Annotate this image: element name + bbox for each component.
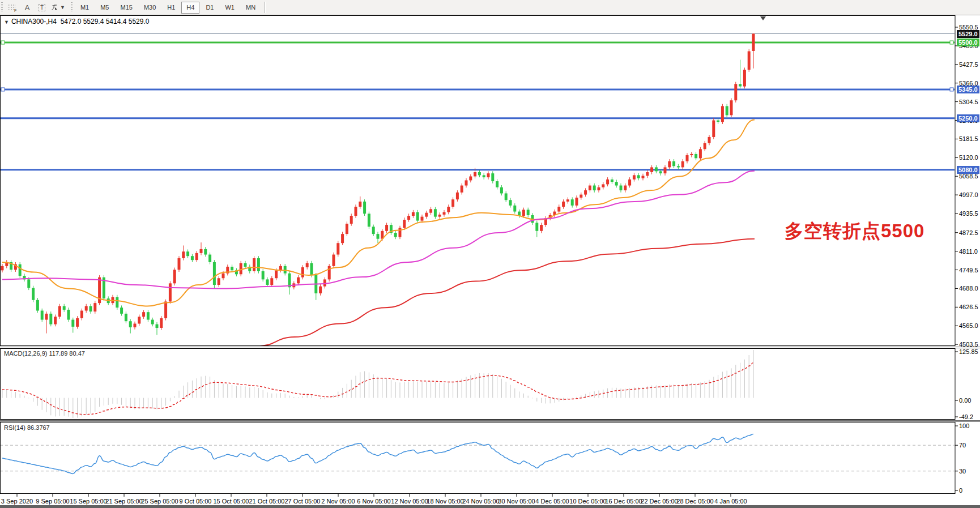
chart-title: ▼CHINA300-,H4 5472.0 5529.4 5414.4 5529.… <box>4 18 149 25</box>
hline-handle <box>950 41 953 44</box>
time-axis-label: 4 Dec 05:00 <box>535 498 569 505</box>
price-axis-tick: 4811.0 <box>959 248 978 255</box>
tf-button-m30[interactable]: M30 <box>139 2 161 14</box>
hline-handle <box>1 41 5 44</box>
rsi-axis-tick: 30 <box>959 468 966 475</box>
svg-text:F: F <box>14 8 16 12</box>
price-axis-tick: 4935.5 <box>959 210 978 217</box>
shapes-tool-button[interactable]: ▼ <box>50 1 66 14</box>
time-axis-label: 9 Oct 05:00 <box>180 498 212 505</box>
time-axis-label: 24 Nov 05:00 <box>462 498 499 505</box>
time-axis-label: 10 Dec 05:00 <box>569 498 606 505</box>
timeframe-button-group: M1M5M15M30H1H4D1W1MN <box>75 2 261 14</box>
rsi-name: RSI(14) <box>4 424 25 431</box>
tf-button-d1[interactable]: D1 <box>201 2 219 14</box>
time-axis-label: 4 Jan 05:00 <box>714 498 747 505</box>
time-axis-label: 18 Nov 05:00 <box>427 498 463 505</box>
text-label-tool-button[interactable]: T <box>35 1 49 14</box>
price-axis-tick: 4997.0 <box>959 191 978 198</box>
hline-badge: 5080.0 <box>957 166 979 174</box>
price-axis-tick: 4749.5 <box>959 267 978 274</box>
rsi-indicator-label: RSI(14) 86.3767 <box>4 424 50 431</box>
rsi-value: 86.3767 <box>27 424 50 431</box>
tf-button-w1[interactable]: W1 <box>220 2 240 14</box>
text-label-icon: T <box>39 4 45 11</box>
price-axis-tick: 4688.0 <box>959 285 978 292</box>
time-axis-label: 21 Oct 05:00 <box>249 498 285 505</box>
rsi-axis-tick: 0 <box>959 487 962 494</box>
macd-axis-tick: 0.00 <box>959 397 971 404</box>
macd-axis-tick: -49.2 <box>959 413 973 420</box>
toolbar-grip[interactable] <box>1 2 3 12</box>
fibonacci-tool-button[interactable]: F <box>6 1 19 14</box>
time-axis-label: 30 Nov 05:00 <box>498 498 535 505</box>
macd-axis-tick: 125.85 <box>959 348 978 355</box>
time-axis-label: 12 Nov 05:00 <box>391 498 428 505</box>
hline-handle <box>950 88 953 91</box>
price-axis-tick: 5304.5 <box>959 99 978 105</box>
chart-text-annotation: 多空转折点5500 <box>785 219 924 244</box>
hline-badge: 5250.0 <box>957 114 979 122</box>
macd-values: 117.89 80.47 <box>49 350 84 357</box>
chevron-down-icon[interactable]: ▼ <box>60 5 65 10</box>
price-axis-tick: 4565.0 <box>959 322 978 329</box>
hline-handle <box>1 88 5 91</box>
tf-button-m5[interactable]: M5 <box>95 2 114 14</box>
rsi-axis-tick: 70 <box>959 442 966 449</box>
time-axis-label: 22 Dec 05:00 <box>641 498 678 505</box>
time-axis-label: 27 Oct 05:00 <box>285 498 321 505</box>
rsi-axis-tick: 100 <box>959 422 969 429</box>
arrows-icon <box>50 3 59 11</box>
fibonacci-icon: F <box>7 3 18 12</box>
tf-button-mn[interactable]: MN <box>241 2 261 14</box>
time-axis-label: 25 Sep 05:00 <box>141 498 178 505</box>
text-a-icon: A <box>25 3 30 12</box>
last-price-badge: 5529.0 <box>957 30 979 38</box>
hline-badge: 5345.0 <box>957 86 979 93</box>
time-axis-label: 15 Oct 05:00 <box>214 498 249 505</box>
price-axis-tick: 5427.5 <box>959 61 978 68</box>
tf-button-h4[interactable]: H4 <box>181 2 199 14</box>
tf-button-h1[interactable]: H1 <box>162 2 180 14</box>
price-axis-tick: 4872.5 <box>959 229 978 236</box>
expand-arrow-icon[interactable]: ▼ <box>4 19 9 25</box>
text-tool-button[interactable]: A <box>20 1 34 14</box>
chart-canvas[interactable] <box>0 0 980 508</box>
time-axis-label: 28 Dec 05:00 <box>676 498 713 505</box>
toolbar: F A T ▼ M1M5M15M30H1H4D1W1MN <box>0 0 980 15</box>
price-axis-tick: 5058.5 <box>959 173 978 180</box>
time-axis-label: 3 Sep 2020 <box>1 498 33 505</box>
time-axis-label: 6 Nov 05:00 <box>357 498 390 505</box>
price-axis-tick: 4503.5 <box>959 341 978 348</box>
time-axis-label: 2 Nov 05:00 <box>321 498 355 505</box>
status-bar <box>0 505 980 508</box>
tf-button-m1[interactable]: M1 <box>75 2 94 14</box>
time-axis-label: 9 Sep 05:00 <box>36 498 69 505</box>
price-axis-tick: 4626.5 <box>959 304 978 310</box>
time-axis-label: 15 Sep 05:00 <box>70 498 106 505</box>
mt4-window: F A T ▼ M1M5M15M30H1H4D1W1MN ▼CHINA300-,… <box>0 0 980 508</box>
toolbar-separator <box>265 2 266 13</box>
macd-indicator-label: MACD(12,26,9) 117.89 80.47 <box>4 350 85 357</box>
hline-badge: 5500.0 <box>957 39 979 46</box>
ohlc-values: 5472.0 5529.4 5414.4 5529.0 <box>61 18 150 25</box>
time-axis-label: 21 Sep 05:00 <box>105 498 142 505</box>
price-axis-tick: 5120.0 <box>959 154 978 161</box>
time-axis-label: 16 Dec 05:00 <box>605 498 642 505</box>
toolbar-grip2[interactable] <box>71 2 73 12</box>
macd-name: MACD(12,26,9) <box>4 350 47 357</box>
symbol-timeframe: CHINA300-,H4 <box>11 18 57 25</box>
tf-button-m15[interactable]: M15 <box>115 2 137 14</box>
price-axis-tick: 5181.5 <box>959 135 978 142</box>
